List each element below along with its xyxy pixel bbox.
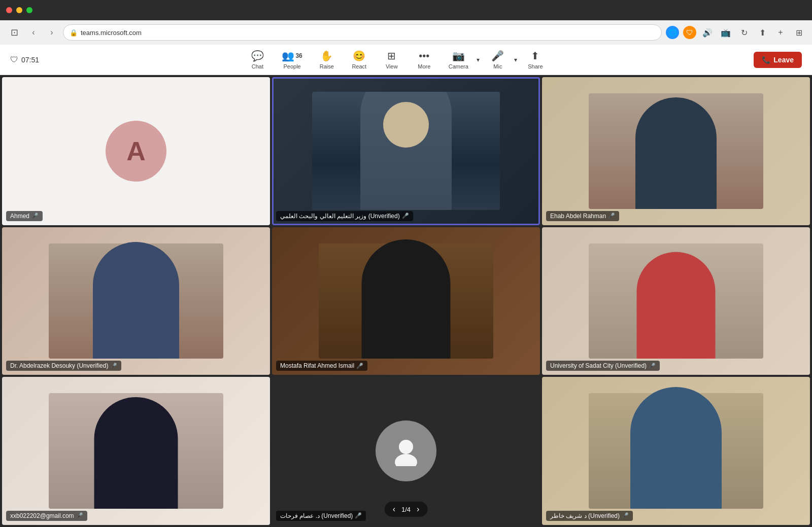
- toolbar-center: 💬 Chat 👥 36 People ✋ Raise 😊 React ⊞ Vie…: [39, 47, 754, 73]
- people-button[interactable]: 👥 36 People: [275, 47, 309, 73]
- extension-icon-1[interactable]: 🌐: [666, 26, 679, 39]
- close-window-button[interactable]: [6, 7, 12, 13]
- share-button[interactable]: ⬆ Share: [520, 47, 551, 73]
- mic-off-icon-sharif: 🎤: [622, 512, 629, 519]
- more-label: More: [418, 63, 430, 69]
- participant-label-sharif: د شريف خاطر (Unverified) 🎤: [546, 511, 633, 521]
- meeting-time: 07:51: [21, 56, 39, 64]
- address-bar[interactable]: 🔒 teams.microsoft.com: [63, 24, 662, 41]
- participant-label-essam: د. عصام فرحات (Unverified) 🎤: [276, 511, 366, 521]
- minimize-window-button[interactable]: [16, 7, 22, 13]
- participant-label-ahmed: Ahmed 🎤: [6, 211, 43, 221]
- avatar-ahmed: A: [106, 121, 166, 182]
- view-icon: ⊞: [387, 50, 396, 62]
- browser-toolbar: ⊡ ‹ › 🔒 teams.microsoft.com 🌐 🛡 🔊 📺 ↻ ⬆ …: [0, 20, 812, 45]
- react-icon: 😊: [353, 50, 365, 62]
- more-button[interactable]: ••• More: [409, 47, 439, 73]
- video-cell-ahmed: A Ahmed 🎤: [2, 77, 270, 225]
- participant-name-ahmed: Ahmed: [10, 213, 29, 220]
- back-button[interactable]: ‹: [26, 25, 41, 40]
- avatar-essam: [376, 420, 436, 481]
- mic-icon-abdelrazek: 🎤: [110, 363, 117, 369]
- mic-off-icon: 🎤: [491, 50, 504, 62]
- camera-label: Camera: [449, 63, 468, 69]
- next-page-button[interactable]: ›: [417, 505, 419, 514]
- toolbar-right: 📞 Leave: [754, 52, 802, 68]
- mic-icon-mostafa: 🎤: [356, 363, 363, 369]
- mic-icon-ehab: 🎤: [608, 213, 615, 219]
- raise-label: Raise: [320, 63, 334, 69]
- view-label: View: [386, 63, 398, 69]
- participant-name-sadat: University of Sadat City (Unverified): [550, 362, 647, 369]
- mic-button[interactable]: 🎤 Mic: [483, 47, 513, 73]
- leave-label: Leave: [773, 56, 794, 64]
- mic-dropdown-button[interactable]: ▾: [513, 55, 518, 64]
- camera-dropdown-button[interactable]: ▾: [476, 55, 481, 64]
- tabs-icon[interactable]: ⊞: [792, 25, 806, 40]
- browser-titlebar: [0, 0, 812, 20]
- share-icon: ⬆: [531, 50, 539, 62]
- mic-off-icon-essam: 🎤: [355, 512, 362, 519]
- chat-button[interactable]: 💬 Chat: [242, 47, 273, 73]
- participant-label-sadat: University of Sadat City (Unverified) 🎤: [546, 361, 660, 371]
- extension-icon-2[interactable]: 🛡: [683, 26, 696, 39]
- video-cell-ehab: Ehab Abdel Rahman 🎤: [542, 77, 810, 225]
- leave-button[interactable]: 📞 Leave: [754, 52, 802, 68]
- participant-name-ehab: Ehab Abdel Rahman: [550, 213, 606, 220]
- chat-label: Chat: [252, 63, 263, 69]
- maximize-window-button[interactable]: [26, 7, 32, 13]
- chat-icon: 💬: [251, 50, 264, 62]
- avatar-placeholder-ahmed: A: [2, 77, 270, 225]
- react-button[interactable]: 😊 React: [344, 47, 375, 73]
- prev-page-button[interactable]: ‹: [393, 505, 395, 514]
- audio-icon[interactable]: 🔊: [700, 25, 715, 40]
- share-icon[interactable]: ⬆: [755, 25, 769, 40]
- video-grid: A Ahmed 🎤 وزير التعليم العالي والبحث الع…: [0, 75, 812, 527]
- participant-label-minister: وزير التعليم العالي والبحث العلمي (Unver…: [276, 211, 413, 221]
- video-cell-mostafa: Mostafa Rifat Ahmed Ismail 🎤: [272, 227, 540, 375]
- video-cell-minister: وزير التعليم العالي والبحث العلمي (Unver…: [272, 77, 540, 225]
- reload-icon[interactable]: ↻: [737, 25, 751, 40]
- new-tab-icon[interactable]: +: [773, 25, 788, 40]
- sidebar-toggle-button[interactable]: ⊡: [6, 25, 22, 40]
- url-text: teams.microsoft.com: [81, 29, 655, 37]
- mic-label: Mic: [493, 63, 502, 69]
- participant-name-xxb: xxb022202@gmail.com: [10, 512, 74, 519]
- raise-icon: ✋: [320, 50, 333, 62]
- shield-icon: 🛡: [10, 55, 18, 64]
- page-indicator: 1/4: [401, 506, 411, 513]
- share-label: Share: [528, 63, 543, 69]
- browser-chrome: ⊡ ‹ › 🔒 teams.microsoft.com 🌐 🛡 🔊 📺 ↻ ⬆ …: [0, 0, 812, 45]
- participant-name-abdelrazek: Dr. Abdelrazek Desouky (Unverified): [10, 362, 108, 369]
- camera-group: 📷 Camera ▾: [442, 47, 481, 73]
- participant-name-essam: د. عصام فرحات (Unverified): [280, 512, 353, 519]
- toolbar-left: 🛡 07:51: [10, 55, 39, 64]
- video-cell-sharif: د شريف خاطر (Unverified) 🎤: [542, 377, 810, 525]
- forward-button[interactable]: ›: [45, 25, 59, 40]
- participant-label-xxb: xxb022202@gmail.com 🎤: [6, 511, 87, 521]
- video-cell-abdelrazek: Dr. Abdelrazek Desouky (Unverified) 🎤: [2, 227, 270, 375]
- participant-name-minister: وزير التعليم العالي والبحث العلمي (Unver…: [280, 213, 400, 220]
- cast-icon[interactable]: 📺: [719, 25, 733, 40]
- svg-point-1: [395, 454, 417, 466]
- camera-off-icon: 📷: [452, 50, 465, 62]
- pagination: ‹ 1/4 ›: [385, 502, 428, 517]
- participant-name-mostafa: Mostafa Rifat Ahmed Ismail: [280, 362, 354, 369]
- mic-group: 🎤 Mic ▾: [483, 47, 518, 73]
- react-label: React: [352, 63, 366, 69]
- svg-point-0: [399, 440, 413, 454]
- video-cell-xxb: xxb022202@gmail.com 🎤: [2, 377, 270, 525]
- people-count: 36: [295, 52, 302, 59]
- phone-icon: 📞: [762, 56, 770, 64]
- camera-button[interactable]: 📷 Camera: [442, 47, 476, 73]
- mic-off-icon-sadat: 🎤: [649, 363, 656, 369]
- mic-off-icon-ahmed: 🎤: [31, 213, 39, 219]
- participant-label-mostafa: Mostafa Rifat Ahmed Ismail 🎤: [276, 361, 367, 371]
- view-button[interactable]: ⊞ View: [377, 47, 407, 73]
- mic-off-icon-xxb: 🎤: [76, 512, 83, 519]
- teams-toolbar: 🛡 07:51 💬 Chat 👥 36 People ✋ Raise 😊 Rea…: [0, 45, 812, 75]
- security-icon: 🔒: [70, 29, 78, 37]
- participant-name-sharif: د شريف خاطر (Unverified): [550, 512, 620, 519]
- more-icon: •••: [419, 50, 429, 62]
- raise-button[interactable]: ✋ Raise: [312, 47, 342, 73]
